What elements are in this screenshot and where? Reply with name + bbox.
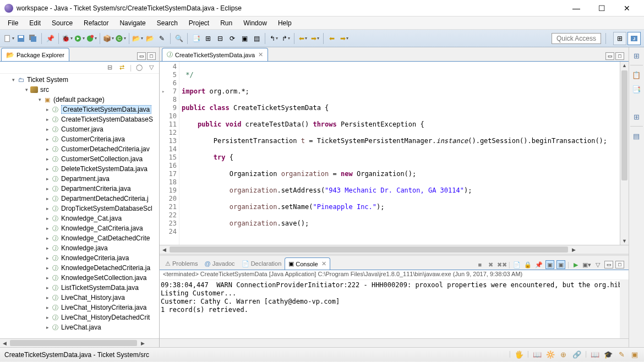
- scroll-lock-button[interactable]: 🔒: [523, 260, 532, 269]
- outline-trim-button[interactable]: 📑: [630, 83, 642, 95]
- remove-launch-button[interactable]: ✖: [487, 260, 495, 269]
- back-button[interactable]: ⬅: [297, 33, 308, 44]
- editor-maximize-button[interactable]: □: [615, 52, 624, 60]
- status-icon[interactable]: 🎓: [603, 350, 613, 360]
- tree-file[interactable]: ▸ⒿCreateTicketSystemDatabaseS: [0, 114, 159, 124]
- tree-file[interactable]: ▸ⒿLiveChat_HistoryDetachedCrit: [0, 312, 159, 322]
- editor-minimize-button[interactable]: ▭: [605, 52, 614, 60]
- search-button[interactable]: 🔍: [173, 33, 184, 44]
- tree-file[interactable]: ▸ⒿKnowledge_CatCriteria.java: [0, 223, 159, 233]
- collapse-all-button[interactable]: ⊟: [106, 63, 114, 72]
- status-icon[interactable]: ⊕: [559, 350, 569, 360]
- tree-file[interactable]: ▸ⒿDepartmentCriteria.java: [0, 184, 159, 194]
- menu-project[interactable]: Project: [183, 18, 215, 29]
- menu-search[interactable]: Search: [151, 18, 183, 29]
- explorer-hscrollbar[interactable]: ◀▶: [0, 338, 159, 347]
- menu-help[interactable]: Help: [272, 18, 297, 29]
- focus-task-button[interactable]: ◯: [135, 63, 144, 72]
- package-explorer-tree[interactable]: ▾🗀Ticket System ▾src ▾▣(default package)…: [0, 74, 159, 338]
- tree-file[interactable]: ▸ⒿDropTicketSystemDatabaseScl: [0, 204, 159, 213]
- tree-project[interactable]: ▾🗀Ticket System: [0, 75, 159, 85]
- editor-tab-close-icon[interactable]: ✕: [258, 51, 263, 58]
- toggle-button-2[interactable]: ⊟: [215, 33, 226, 44]
- tree-file[interactable]: ▸ⒿKnowledgeDetachedCriteria.ja: [0, 263, 159, 273]
- tree-file[interactable]: ▸ⒿKnowledge_Cat.java: [0, 213, 159, 223]
- new-button[interactable]: [3, 33, 14, 44]
- tree-file[interactable]: ▸ⒿCustomerCriteria.java: [0, 134, 159, 144]
- console-hscrollbar[interactable]: [160, 338, 629, 347]
- menu-file[interactable]: File: [2, 18, 24, 29]
- status-icon[interactable]: 🔆: [545, 350, 555, 360]
- restore-view-button-2[interactable]: ⊞: [630, 111, 642, 123]
- tree-package[interactable]: ▾▣(default package): [0, 95, 159, 105]
- code-content[interactable]: */ import org.orm.*; public class Create…: [179, 62, 620, 245]
- status-icon[interactable]: 🔗: [572, 350, 582, 360]
- tree-file[interactable]: ▸ⒿDeleteTicketSystemData.java: [0, 164, 159, 174]
- next-annotation-button[interactable]: ➡: [339, 33, 350, 44]
- tree-file[interactable]: ▸ⒿCustomerSetCollection.java: [0, 154, 159, 164]
- new-package-button[interactable]: 📦: [103, 33, 114, 44]
- tree-file[interactable]: ▸ⒿKnowledgeSetCollection.java: [0, 273, 159, 283]
- new-class-button[interactable]: C: [115, 33, 126, 44]
- hierarchy-trim-button[interactable]: ▤: [630, 130, 642, 142]
- status-icon[interactable]: 📖: [532, 350, 542, 360]
- editor-vscrollbar[interactable]: ▲▼: [620, 62, 629, 245]
- menu-window[interactable]: Window: [238, 18, 272, 29]
- menu-edit[interactable]: Edit: [24, 18, 46, 29]
- pin-button[interactable]: 📌: [45, 33, 56, 44]
- minimize-button[interactable]: —: [564, 1, 589, 16]
- minimize-view-button[interactable]: ▭: [137, 52, 146, 60]
- display-selected-button[interactable]: ▣▾: [582, 260, 591, 269]
- menu-navigate[interactable]: Navigate: [114, 18, 151, 29]
- skip-breakpoints-button[interactable]: ▤: [251, 33, 262, 44]
- menu-run[interactable]: Run: [215, 18, 238, 29]
- problems-tab[interactable]: ⚠Problems: [162, 257, 201, 270]
- outline-button[interactable]: 📑: [190, 33, 201, 44]
- tree-file[interactable]: ▸ⒿListTicketSystemData.java: [0, 283, 159, 293]
- status-icon[interactable]: 🖐: [514, 350, 524, 360]
- open-perspective-button[interactable]: ⊞: [613, 32, 626, 45]
- open-task-button[interactable]: 📂: [144, 33, 155, 44]
- tree-file[interactable]: ▸ⒿCustomerDetachedCriteria.jav: [0, 144, 159, 154]
- coverage-button[interactable]: [86, 33, 97, 44]
- editor-hscrollbar[interactable]: ◀▶: [160, 245, 629, 254]
- last-edit-button[interactable]: ⬅: [326, 33, 337, 44]
- console-vscrollbar[interactable]: [620, 280, 629, 338]
- tree-file[interactable]: ▸ⒿLiveChat.java: [0, 322, 159, 332]
- clear-console-button[interactable]: 📄: [512, 260, 521, 269]
- tree-file[interactable]: ▸ⒿKnowledgeCriteria.java: [0, 253, 159, 263]
- tree-file[interactable]: ▸ⒿCreateTicketSystemData.java: [0, 105, 159, 114]
- refresh-button[interactable]: ⟳: [227, 33, 238, 44]
- link-editor-button[interactable]: ⇄: [118, 63, 127, 72]
- tree-file[interactable]: ▸ⒿLiveChat_History.java: [0, 293, 159, 303]
- view-menu-button[interactable]: ▽: [147, 63, 156, 72]
- save-all-button[interactable]: [28, 33, 39, 44]
- open-type-button[interactable]: 📂: [132, 33, 143, 44]
- restore-view-button[interactable]: ⊞: [630, 50, 642, 62]
- code-editor[interactable]: 456789101112131415161718192021222324 */ …: [160, 62, 629, 245]
- tree-file[interactable]: ▸ⒿDepartment.java: [0, 174, 159, 184]
- editor-tab[interactable]: Ⓙ CreateTicketSystemData.java ✕: [162, 48, 268, 61]
- package-explorer-tab[interactable]: 📂 Package Explorer: [1, 48, 69, 61]
- nav-next-button[interactable]: ↱: [280, 33, 291, 44]
- bottom-maximize-button[interactable]: □: [615, 261, 624, 268]
- tree-file[interactable]: ▸ⒿKnowledge.java: [0, 243, 159, 253]
- show-console-out-button[interactable]: ▣: [545, 260, 554, 269]
- menu-refactor[interactable]: Refactor: [78, 18, 114, 29]
- toggle-button-1[interactable]: ⊞: [203, 33, 214, 44]
- terminate-button[interactable]: ■: [476, 260, 484, 269]
- declaration-tab[interactable]: 📄Declaration: [238, 257, 285, 270]
- console-tab[interactable]: ▣Console✕: [285, 257, 330, 270]
- bottom-minimize-button[interactable]: ▭: [604, 261, 613, 268]
- console-tab-close-icon[interactable]: ✕: [321, 260, 326, 267]
- status-icon[interactable]: ▣: [630, 350, 640, 360]
- java-perspective-button[interactable]: J: [627, 32, 641, 45]
- javadoc-tab[interactable]: @Javadoc: [201, 257, 238, 270]
- close-button[interactable]: ✕: [614, 1, 640, 16]
- show-console-err-button[interactable]: ▣: [556, 260, 565, 269]
- run-button[interactable]: [74, 33, 85, 44]
- remove-all-button[interactable]: ✖✖: [498, 260, 506, 269]
- tree-file[interactable]: ▸ⒿKnowledge_CatDetachedCrite: [0, 233, 159, 243]
- debug-button[interactable]: 🐞: [62, 33, 73, 44]
- status-icon[interactable]: ✎: [616, 350, 626, 360]
